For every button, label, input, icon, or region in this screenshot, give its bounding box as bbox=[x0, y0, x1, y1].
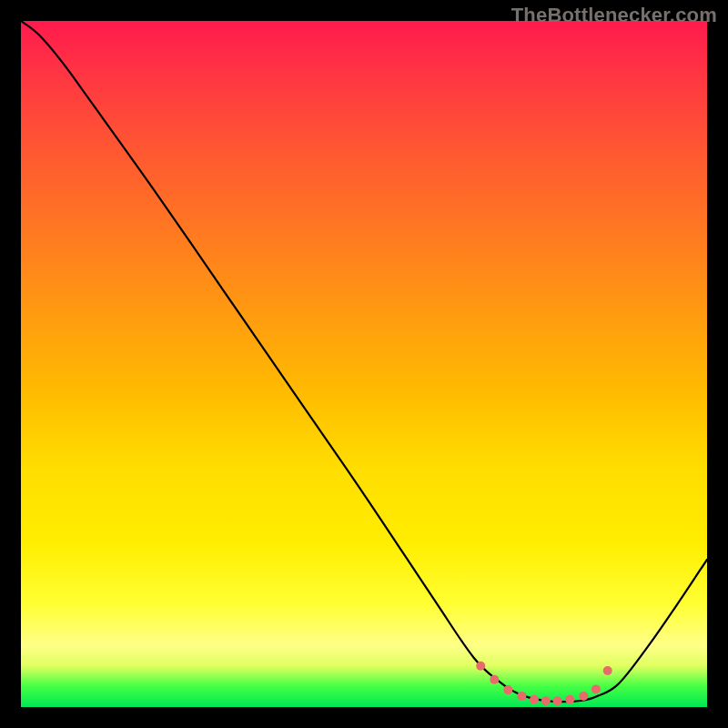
watermark-text: TheBottlenecker.com bbox=[511, 4, 717, 27]
curve-dot bbox=[603, 666, 612, 675]
curve-dot bbox=[503, 685, 512, 694]
curve-dot bbox=[517, 692, 526, 701]
curve-dot bbox=[490, 675, 499, 684]
curve-dot bbox=[579, 692, 588, 701]
curve-dot bbox=[553, 696, 562, 705]
curve-dot bbox=[476, 662, 485, 671]
plot-area bbox=[21, 21, 707, 707]
curve-dot bbox=[592, 684, 601, 693]
chart-container: TheBottlenecker.com bbox=[0, 0, 728, 728]
chart-svg bbox=[21, 21, 707, 707]
curve-dot bbox=[565, 695, 574, 704]
curve-dot bbox=[541, 696, 551, 705]
bottleneck-curve bbox=[21, 21, 707, 702]
curve-dot bbox=[530, 695, 539, 704]
